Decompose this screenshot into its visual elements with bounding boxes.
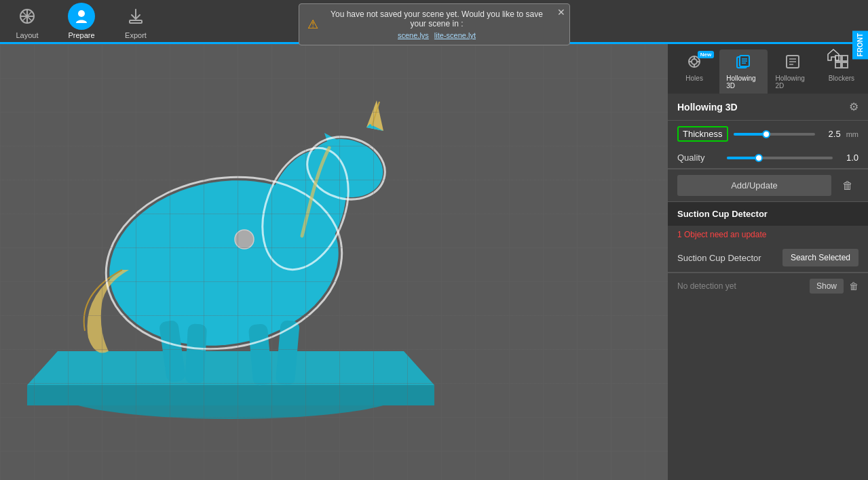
tab-hollowing3d[interactable]: Hollowing 3D [719,49,767,94]
prepare-tab[interactable]: Prepare [68,3,95,39]
svg-rect-42 [842,56,848,61]
layout-label: Layout [16,31,38,39]
blockers-tab-label: Blockers [829,75,854,82]
suction-cup-title: Suction Cup Detector [677,209,768,219]
no-detection-row: No detection yet Show 🗑 [668,273,868,299]
svg-rect-44 [842,62,848,68]
hollowing2d-icon [785,54,801,73]
export-icon [122,3,149,30]
hollowing3d-tab-label: Hollowing 3D [726,75,760,89]
thickness-slider-fill [734,133,766,136]
quality-slider-thumb [755,154,763,162]
settings-gear-icon[interactable]: ⚙ [849,100,858,113]
quality-label: Quality [677,153,721,163]
svg-marker-10 [27,385,434,405]
layout-icon [14,3,41,30]
quality-slider-fill [727,157,759,159]
thickness-value: 2.5 [820,129,841,139]
search-selected-button[interactable]: Search Selected [782,249,858,266]
notification-message: You have not saved your scene yet. Would… [325,9,549,28]
add-update-row: Add/Update 🗑 [668,169,868,201]
suction-cup-section-header: Suction Cup Detector [668,202,868,226]
quality-row: Quality 1.0 [668,147,868,168]
delete-hollowing-button[interactable]: 🗑 [837,177,858,195]
warning-icon: ⚠ [307,17,318,32]
lite-scene-link[interactable]: lite-scene.lyt [434,31,476,39]
svg-rect-6 [130,20,142,23]
show-button[interactable]: Show [810,279,844,294]
hollowing2d-tab-label: Hollowing 2D [776,75,810,89]
thickness-unit: mm [846,130,858,138]
layout-tab[interactable]: Layout [14,3,41,39]
export-tab[interactable]: Export [122,3,149,39]
unicorn-model [20,60,455,439]
suction-cup-detector-row: Suction Cup Detector Search Selected [668,243,868,272]
prepare-label: Prepare [68,31,94,39]
quality-slider-container [727,157,833,159]
no-detection-text: No detection yet [677,281,804,291]
thickness-slider-thumb [762,130,770,138]
warning-text: 1 Object need an update [668,226,868,243]
holes-tab-label: Holes [685,75,703,82]
panel-title: Hollowing 3D [677,102,738,113]
notification-banner: ⚠ You have not saved your scene yet. Wou… [299,3,570,45]
front-badge: FRONT [852,31,868,59]
scene-lys-link[interactable]: scene.lys [398,31,429,39]
hollowing3d-icon [735,54,751,73]
svg-rect-21 [185,323,208,384]
export-label: Export [125,31,147,39]
thickness-slider[interactable] [734,133,815,136]
viewport [0,44,685,480]
svg-point-27 [692,59,697,64]
notification-content: You have not saved your scene yet. Would… [325,9,549,39]
thickness-slider-container [734,133,815,136]
svg-marker-9 [27,351,434,385]
thickness-label: Thickness [677,126,728,142]
quality-slider[interactable] [727,157,833,159]
tab-hollowing2d[interactable]: Hollowing 2D [769,49,816,94]
svg-point-5 [78,10,85,17]
new-badge: New [698,51,714,58]
thickness-row: Thickness 2.5 mm [668,121,868,147]
add-update-button[interactable]: Add/Update [677,175,831,196]
home-icon[interactable] [826,47,841,66]
delete-detection-button[interactable]: 🗑 [849,281,858,292]
close-notification-button[interactable]: ✕ [557,7,565,18]
warning-message: 1 Object need an update [677,230,766,239]
svg-point-25 [235,230,254,249]
right-panel: New Holes [668,44,868,480]
suction-cup-label: Suction Cup Detector [677,253,777,263]
prepare-icon [68,3,95,30]
panel-content: Hollowing 3D ⚙ Thickness 2.5 mm Quality [668,94,868,480]
quality-value: 1.0 [838,153,858,163]
tab-holes[interactable]: New Holes [671,49,718,94]
panel-title-bar: Hollowing 3D ⚙ [668,94,868,120]
